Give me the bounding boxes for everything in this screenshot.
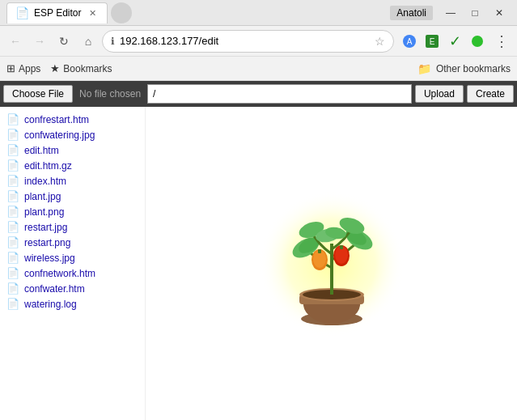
file-doc-icon: 📄 <box>6 144 19 156</box>
svg-rect-24 <box>340 245 343 249</box>
file-name-label: confwater.htm <box>24 283 85 295</box>
maximize-button[interactable]: □ <box>464 4 486 22</box>
file-doc-icon: 📄 <box>6 159 19 172</box>
refresh-button[interactable]: ↻ <box>53 31 74 52</box>
file-doc-icon: 📄 <box>6 298 19 310</box>
no-file-label: No file chosen <box>79 88 141 100</box>
list-item[interactable]: 📄confnetwork.htm <box>0 265 145 281</box>
check-icon[interactable]: ✓ <box>446 32 464 50</box>
bookmarks-item[interactable]: ★ Bookmarks <box>50 62 112 74</box>
file-name-label: confrestart.htm <box>24 114 89 125</box>
file-name-label: restart.png <box>24 237 70 248</box>
nav-icons: A E ✓ ⋮ <box>400 32 512 50</box>
status-dot-icon[interactable] <box>468 32 486 50</box>
list-item[interactable]: 📄edit.htm <box>0 142 145 158</box>
nav-bar: ← → ↻ ⌂ ℹ ☆ A E ✓ ⋮ <box>0 26 517 57</box>
address-bar[interactable]: ℹ ☆ <box>102 30 394 53</box>
file-name-label: edit.htm.gz <box>24 160 72 172</box>
extension-icon[interactable]: E <box>423 32 441 50</box>
preview-area <box>146 107 517 420</box>
file-name-label: wireless.jpg <box>24 252 75 264</box>
file-doc-icon: 📄 <box>6 190 19 202</box>
tab-favicon: 📄 <box>15 6 29 19</box>
main-content: 📄confrestart.htm📄confwatering.jpg📄edit.h… <box>0 107 517 420</box>
choose-file-button[interactable]: Choose File <box>3 85 73 103</box>
upload-button[interactable]: Upload <box>415 85 464 103</box>
plant-illustration <box>251 175 413 353</box>
list-item[interactable]: 📄index.htm <box>0 173 145 189</box>
list-item[interactable]: 📄confwatering.jpg <box>0 127 145 142</box>
file-name-label: plant.png <box>24 206 64 218</box>
minimize-button[interactable]: — <box>439 4 462 22</box>
file-doc-icon: 📄 <box>6 267 19 279</box>
new-tab-button[interactable] <box>111 2 132 23</box>
list-item[interactable]: 📄plant.jpg <box>0 189 145 204</box>
back-button[interactable]: ← <box>5 31 26 52</box>
other-bookmarks-label: Other bookmarks <box>436 63 511 74</box>
window-controls: — □ ✕ <box>439 4 511 22</box>
address-input[interactable] <box>120 35 370 47</box>
list-item[interactable]: 📄edit.htm.gz <box>0 158 145 173</box>
bookmarks-bar: ⊞ Apps ★ Bookmarks 📁 Other bookmarks <box>0 57 517 81</box>
other-bookmarks[interactable]: 📁 Other bookmarks <box>417 62 511 75</box>
tab-close-button[interactable]: ✕ <box>86 6 99 19</box>
plant-preview <box>251 175 413 353</box>
list-item[interactable]: 📄confrestart.htm <box>0 112 145 127</box>
bookmarks-label: Bookmarks <box>63 63 112 74</box>
file-doc-icon: 📄 <box>6 113 19 125</box>
apps-grid-icon: ⊞ <box>6 62 15 74</box>
svg-rect-21 <box>318 249 321 253</box>
list-item[interactable]: 📄restart.jpg <box>0 219 145 235</box>
tab-label: ESP Editor <box>34 7 81 19</box>
folder-icon: 📁 <box>417 62 431 75</box>
file-doc-icon: 📄 <box>6 236 19 248</box>
file-doc-icon: 📄 <box>6 282 19 295</box>
file-name-label: watering.log <box>24 299 77 310</box>
file-list: 📄confrestart.htm📄confwatering.jpg📄edit.h… <box>0 107 146 420</box>
file-doc-icon: 📄 <box>6 252 19 264</box>
bookmark-star-icon[interactable]: ☆ <box>375 35 385 48</box>
list-item[interactable]: 📄restart.png <box>0 235 145 250</box>
file-name-label: restart.jpg <box>24 222 67 233</box>
file-name-label: index.htm <box>24 176 66 187</box>
file-doc-icon: 📄 <box>6 129 19 141</box>
close-button[interactable]: ✕ <box>488 4 511 22</box>
home-button[interactable]: ⌂ <box>78 31 99 52</box>
apps-label: Apps <box>19 63 40 74</box>
svg-text:E: E <box>430 37 435 46</box>
page-toolbar: Choose File No file chosen Upload Create <box>0 81 517 107</box>
active-tab[interactable]: 📄 ESP Editor ✕ <box>6 2 108 23</box>
tab-area: 📄 ESP Editor ✕ <box>6 2 132 23</box>
svg-text:A: A <box>407 37 413 46</box>
file-name-label: confnetwork.htm <box>24 268 95 279</box>
apps-bookmark[interactable]: ⊞ Apps <box>6 62 40 74</box>
more-options-button[interactable]: ⋮ <box>491 32 512 50</box>
file-doc-icon: 📄 <box>6 221 19 233</box>
file-name-label: confwatering.jpg <box>24 129 95 141</box>
address-info-icon: ℹ <box>111 36 115 47</box>
user-label: Anatoli <box>390 6 433 20</box>
list-item[interactable]: 📄wireless.jpg <box>0 250 145 265</box>
path-input[interactable] <box>147 84 412 104</box>
list-item[interactable]: 📄watering.log <box>0 296 145 312</box>
create-button[interactable]: Create <box>467 85 514 103</box>
title-bar: 📄 ESP Editor ✕ Anatoli — □ ✕ <box>0 0 517 26</box>
file-doc-icon: 📄 <box>6 175 19 187</box>
svg-point-4 <box>472 36 483 47</box>
file-name-label: plant.jpg <box>24 191 61 202</box>
list-item[interactable]: 📄plant.png <box>0 204 145 219</box>
profile-icon[interactable]: A <box>400 32 418 50</box>
list-item[interactable]: 📄confwater.htm <box>0 281 145 296</box>
forward-button[interactable]: → <box>29 31 50 52</box>
star-icon: ★ <box>50 62 60 74</box>
file-name-label: edit.htm <box>24 145 59 156</box>
file-doc-icon: 📄 <box>6 206 19 218</box>
